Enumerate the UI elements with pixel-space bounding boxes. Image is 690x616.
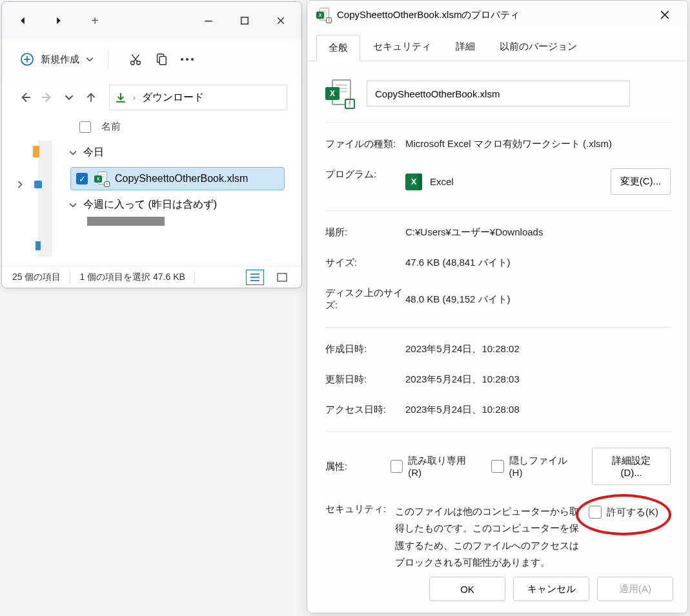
icons-view-button[interactable]: [273, 270, 291, 285]
unblock-checkbox[interactable]: 許可する(K): [589, 506, 658, 519]
group-today-label: 今日: [83, 146, 104, 159]
back-arrow[interactable]: [16, 88, 34, 106]
svg-rect-10: [278, 273, 287, 281]
cut-button[interactable]: [123, 46, 148, 72]
explorer-window: + 新規作成 › ダウンロード: [1, 1, 302, 288]
ok-button[interactable]: OK: [429, 577, 505, 601]
tab-previous-versions[interactable]: 以前のバージョン: [488, 34, 589, 61]
group-week-label: 今週に入って (昨日は含めず): [83, 198, 217, 212]
new-label: 新規作成: [41, 54, 79, 66]
excel-app-icon: X: [405, 174, 422, 190]
redacted-item: [87, 217, 165, 226]
label-size: サイズ:: [325, 257, 405, 269]
label-filetype: ファイルの種類:: [325, 138, 405, 150]
readonly-checkbox[interactable]: 読み取り専用(R): [391, 455, 478, 478]
xlsm-file-icon: X!: [316, 8, 330, 22]
close-button[interactable]: [650, 3, 680, 26]
cancel-button[interactable]: キャンセル: [513, 577, 589, 601]
copy-button[interactable]: [148, 46, 174, 72]
column-header-row: 名前: [2, 115, 301, 141]
label-accessed: アクセス日時:: [325, 404, 405, 416]
scissors-icon: [128, 52, 143, 66]
ellipsis-icon: [180, 57, 194, 61]
copy-icon: [154, 52, 168, 66]
recent-dropdown[interactable]: [60, 88, 78, 106]
value-location: C:¥Users¥ユーザー¥Downloads: [405, 226, 671, 239]
unblock-label: 許可する(K): [607, 506, 658, 519]
file-item-selected[interactable]: X! CopySheettoOtherBook.xlsm: [70, 167, 285, 190]
select-all-checkbox[interactable]: [79, 121, 91, 133]
svg-point-8: [186, 58, 188, 61]
dialog-titlebar: X! CopySheettoOtherBook.xlsmのプロパティ: [307, 1, 687, 29]
hidden-checkbox[interactable]: 隠しファイル(H): [491, 455, 579, 478]
value-created: 2023年5月24日、10:28:02: [405, 343, 671, 355]
advanced-button[interactable]: 詳細設定(D)...: [592, 448, 671, 485]
onedrive-icon[interactable]: [34, 181, 42, 188]
svg-rect-1: [241, 17, 249, 25]
nav-forward-icon[interactable]: [41, 6, 77, 35]
label-security: セキュリティ:: [325, 503, 387, 571]
label-disk-size: ディスク上のサイズ:: [325, 287, 405, 312]
nav-sidebar: [2, 141, 59, 263]
maximize-button[interactable]: [227, 6, 263, 35]
label-modified: 更新日時:: [325, 373, 405, 386]
tab-security[interactable]: セキュリティ: [361, 34, 443, 61]
value-accessed: 2023年5月24日、10:28:08: [405, 404, 671, 416]
svg-point-9: [191, 58, 194, 61]
svg-rect-6: [159, 56, 166, 65]
expand-chevron[interactable]: [16, 179, 24, 191]
label-created: 作成日時:: [325, 343, 405, 355]
dialog-title: CopySheettoOtherBook.xlsmのプロパティ: [337, 9, 650, 21]
selection-info: 1 個の項目を選択 47.6 KB: [79, 272, 185, 283]
value-program: Excel: [430, 176, 454, 187]
filename-input[interactable]: [367, 81, 630, 106]
status-bar: 25 個の項目 1 個の項目を選択 47.6 KB: [2, 266, 301, 288]
address-bar-row: › ダウンロード: [2, 79, 301, 115]
file-list: 今日 X! CopySheettoOtherBook.xlsm 今週に入って (…: [59, 141, 301, 263]
more-button[interactable]: [174, 46, 200, 72]
breadcrumb-text: ダウンロード: [142, 91, 204, 104]
dialog-button-row: OK キャンセル 適用(A): [429, 577, 673, 601]
explorer-toolbar: 新規作成: [2, 39, 301, 79]
explorer-body: 今日 X! CopySheettoOtherBook.xlsm 今週に入って (…: [2, 141, 301, 263]
security-text: このファイルは他のコンピューターから取得したものです。このコンピューターを保護す…: [395, 503, 581, 571]
explorer-titlebar: +: [2, 2, 301, 39]
value-size: 47.6 KB (48,841 バイト): [405, 257, 671, 269]
group-today[interactable]: 今日: [69, 141, 301, 164]
label-location: 場所:: [325, 226, 405, 239]
label-attributes: 属性:: [325, 461, 378, 473]
value-filetype: Microsoft Excel マクロ有効ワークシート (.xlsm): [405, 138, 671, 150]
tab-details[interactable]: 詳細: [444, 34, 487, 61]
file-checkbox[interactable]: [76, 173, 88, 184]
home-icon[interactable]: [33, 146, 39, 157]
file-name: CopySheettoOtherBook.xlsm: [115, 173, 248, 184]
value-disk-size: 48.0 KB (49,152 バイト): [405, 287, 671, 312]
group-week[interactable]: 今週に入って (昨日は含めず): [69, 193, 301, 217]
new-button[interactable]: 新規作成: [20, 52, 94, 66]
address-bar[interactable]: › ダウンロード: [109, 84, 287, 110]
nav-back-icon[interactable]: [5, 6, 41, 35]
xlsm-file-icon: X!: [94, 172, 108, 186]
pc-icon[interactable]: [36, 241, 41, 250]
minimize-button[interactable]: [190, 6, 227, 35]
change-program-button[interactable]: 変更(C)...: [611, 168, 671, 195]
readonly-label: 読み取り専用(R): [408, 455, 478, 478]
up-arrow[interactable]: [82, 88, 100, 106]
forward-arrow[interactable]: [38, 88, 56, 106]
details-view-button[interactable]: [246, 270, 264, 285]
chevron-down-icon: [86, 55, 94, 63]
svg-point-7: [181, 58, 183, 61]
label-program: プログラム:: [325, 168, 405, 195]
apply-button[interactable]: 適用(A): [597, 577, 673, 601]
hidden-label: 隠しファイル(H): [509, 455, 580, 478]
item-count: 25 個の項目: [12, 272, 61, 283]
value-modified: 2023年5月24日、10:28:03: [405, 373, 671, 386]
tab-strip: 全般 セキュリティ 詳細 以前のバージョン: [307, 34, 687, 61]
xlsm-file-icon: X!: [325, 79, 354, 108]
new-tab-button[interactable]: +: [77, 6, 113, 35]
close-button[interactable]: [263, 6, 299, 35]
crumb-separator: ›: [133, 94, 136, 101]
plus-circle-icon: [20, 52, 34, 66]
column-name[interactable]: 名前: [101, 121, 121, 133]
tab-general[interactable]: 全般: [316, 35, 360, 61]
